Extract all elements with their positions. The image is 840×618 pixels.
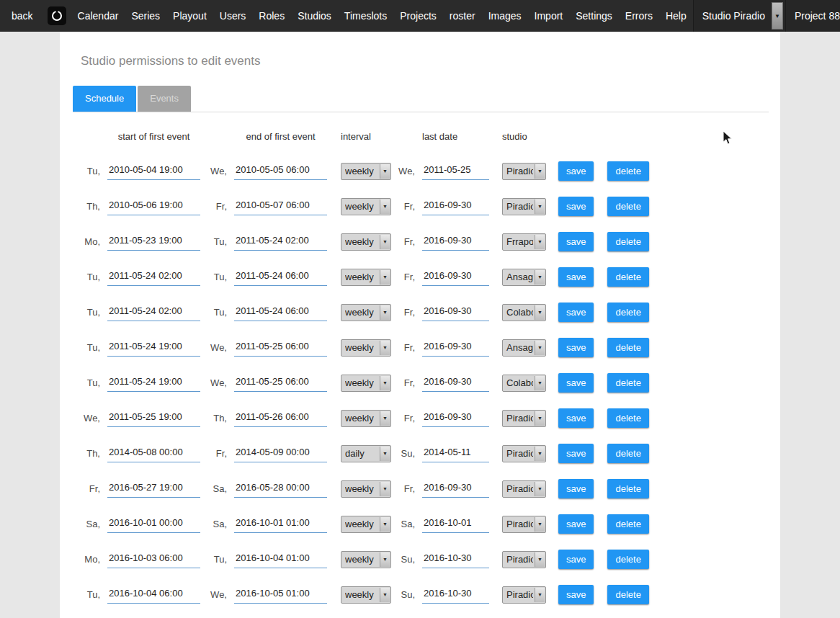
save-button[interactable]: save [558, 479, 594, 498]
end-datetime-input[interactable] [234, 375, 327, 392]
studio-select[interactable]: Ansage [502, 269, 546, 286]
nav-item-roles[interactable]: Roles [252, 0, 291, 32]
tab-events[interactable]: Events [138, 86, 191, 112]
start-datetime-input[interactable] [107, 480, 200, 498]
nav-item-projects[interactable]: Projects [393, 0, 443, 32]
delete-button[interactable]: delete [607, 514, 648, 534]
last-date-input[interactable] [422, 198, 489, 215]
studio-select[interactable]: Piradio [502, 586, 546, 604]
end-datetime-input[interactable] [234, 233, 327, 251]
studio-select[interactable]: Colabo [502, 304, 546, 321]
start-datetime-input[interactable] [107, 375, 200, 392]
interval-select[interactable]: weekly [341, 480, 391, 498]
nav-item-timeslots[interactable]: Timeslots [338, 0, 393, 32]
nav-item-import[interactable]: Import [528, 0, 570, 32]
last-date-input[interactable] [422, 339, 489, 357]
tab-schedule[interactable]: Schedule [73, 86, 136, 112]
delete-button[interactable]: delete [607, 161, 648, 181]
studio-select[interactable]: Colabo [502, 375, 546, 392]
end-datetime-input[interactable] [234, 516, 327, 533]
studio-select[interactable]: Piradio [502, 516, 546, 533]
start-datetime-input[interactable] [107, 233, 200, 251]
nav-item-errors[interactable]: Errors [619, 0, 659, 32]
end-datetime-input[interactable] [234, 551, 327, 568]
save-button[interactable]: save [558, 161, 594, 181]
delete-button[interactable]: delete [607, 444, 648, 463]
delete-button[interactable]: delete [607, 338, 648, 357]
save-button[interactable]: save [558, 373, 594, 393]
start-datetime-input[interactable] [107, 198, 200, 215]
end-datetime-input[interactable] [234, 480, 327, 498]
studio-select[interactable]: Piradio [502, 163, 546, 180]
last-date-input[interactable] [422, 163, 489, 180]
studio-dropdown[interactable]: Studio Piradio ▼ [693, 0, 785, 32]
delete-button[interactable]: delete [607, 197, 648, 216]
last-date-input[interactable] [422, 551, 489, 568]
nav-item-roster[interactable]: roster [443, 0, 482, 32]
start-datetime-input[interactable] [107, 445, 200, 462]
nav-item-users[interactable]: Users [213, 0, 253, 32]
end-datetime-input[interactable] [234, 339, 327, 357]
start-datetime-input[interactable] [107, 410, 200, 427]
delete-button[interactable]: delete [607, 550, 648, 569]
logo-icon[interactable] [43, 0, 71, 32]
interval-select[interactable]: weekly [341, 551, 391, 568]
nav-item-playout[interactable]: Playout [166, 0, 213, 32]
save-button[interactable]: save [558, 232, 594, 251]
start-datetime-input[interactable] [107, 516, 200, 533]
start-datetime-input[interactable] [107, 551, 200, 568]
interval-select[interactable]: weekly [341, 586, 391, 604]
save-button[interactable]: save [558, 267, 594, 287]
interval-select[interactable]: weekly [341, 516, 391, 533]
delete-button[interactable]: delete [607, 373, 648, 393]
nav-item-calendar[interactable]: Calendar [71, 0, 125, 32]
nav-item-settings[interactable]: Settings [569, 0, 619, 32]
last-date-input[interactable] [422, 480, 489, 498]
save-button[interactable]: save [558, 550, 594, 569]
end-datetime-input[interactable] [234, 410, 327, 427]
delete-button[interactable]: delete [607, 585, 648, 604]
studio-select[interactable]: Piradio [502, 410, 546, 427]
save-button[interactable]: save [558, 338, 594, 357]
save-button[interactable]: save [558, 514, 594, 534]
start-datetime-input[interactable] [107, 163, 200, 180]
end-datetime-input[interactable] [234, 198, 327, 215]
studio-select[interactable]: Piradio [502, 480, 546, 498]
interval-select[interactable]: weekly [341, 410, 391, 427]
nav-item-help[interactable]: Help [659, 0, 693, 32]
interval-select[interactable]: weekly [341, 163, 391, 180]
interval-select[interactable]: weekly [341, 339, 391, 357]
start-datetime-input[interactable] [107, 586, 200, 604]
end-datetime-input[interactable] [234, 304, 327, 321]
end-datetime-input[interactable] [234, 586, 327, 604]
interval-select[interactable]: weekly [341, 375, 391, 392]
end-datetime-input[interactable] [234, 163, 327, 180]
last-date-input[interactable] [422, 410, 489, 427]
studio-select[interactable]: Piradio [502, 198, 546, 215]
last-date-input[interactable] [422, 375, 489, 392]
delete-button[interactable]: delete [607, 479, 648, 498]
interval-select[interactable]: weekly [341, 304, 391, 321]
save-button[interactable]: save [558, 444, 594, 463]
nav-item-studios[interactable]: Studios [291, 0, 338, 32]
start-datetime-input[interactable] [107, 269, 200, 286]
studio-select[interactable]: Piradio [502, 445, 546, 462]
interval-select[interactable]: weekly [341, 269, 391, 286]
delete-button[interactable]: delete [607, 267, 648, 287]
interval-select[interactable]: weekly [341, 198, 391, 215]
nav-item-series[interactable]: Series [125, 0, 166, 32]
start-datetime-input[interactable] [107, 339, 200, 357]
studio-select[interactable]: Frrapo [502, 233, 546, 251]
chevron-down-icon[interactable]: ▼ [772, 2, 783, 30]
last-date-input[interactable] [422, 233, 489, 251]
save-button[interactable]: save [558, 197, 594, 216]
end-datetime-input[interactable] [234, 269, 327, 286]
project-dropdown[interactable]: Project 88vier ▼ [785, 0, 840, 32]
nav-item-images[interactable]: Images [482, 0, 528, 32]
save-button[interactable]: save [558, 303, 594, 322]
delete-button[interactable]: delete [607, 303, 648, 322]
back-link[interactable]: back [0, 0, 43, 32]
interval-select[interactable]: weekly [341, 233, 391, 251]
last-date-input[interactable] [422, 516, 489, 533]
studio-select[interactable]: Piradio [502, 551, 546, 568]
